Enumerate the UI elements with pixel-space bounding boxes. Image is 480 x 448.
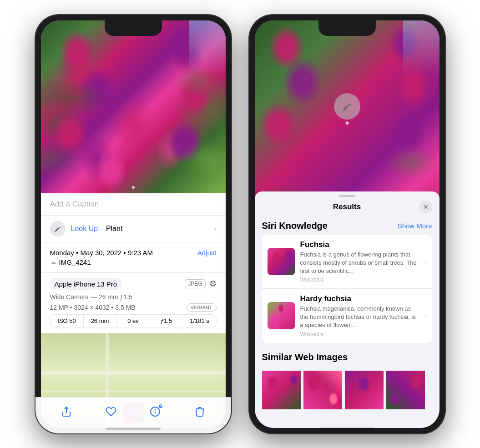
show-more-button[interactable]: Show More (398, 222, 432, 230)
knowledge-item-hardy[interactable]: Hardy fuchsia Fuchsia magellanica, commo… (262, 288, 432, 343)
exif-mm: 26 mm (84, 315, 117, 327)
knowledge-title-2: Hardy fuchsia (300, 294, 417, 303)
lookup-icon (50, 221, 66, 237)
web-image-4[interactable] (386, 371, 425, 409)
knowledge-card: Fuchsia Fuchsia is a genus of flowering … (262, 235, 432, 343)
lookup-chevron-icon: › (214, 225, 216, 233)
camera-section: Apple iPhone 13 Pro JPEG ⚙ Wide Camera —… (41, 273, 226, 333)
leaf-overlay-dot (345, 121, 349, 125)
leaf-overlay-circle (334, 93, 360, 120)
trash-icon (195, 406, 205, 417)
knowledge-source-1: Wikipedia (300, 277, 417, 283)
screen-2: Results ✕ Siri Knowledge Show More (255, 20, 440, 428)
photo-2-display: Results ✕ Siri Knowledge Show More (255, 20, 440, 428)
share-icon (61, 406, 72, 417)
vibrant-badge: VIBRANT (187, 303, 217, 312)
caption-area[interactable]: Add a Caption (41, 193, 226, 216)
knowledge-source-2: Wikipedia (300, 331, 417, 337)
photo-info-area: Add a Caption Look Up – Plant › Monday •… (41, 193, 226, 428)
exif-aperture: ƒ1.5 (150, 315, 183, 327)
metadata-section: Monday • May 30, 2022 • 9:23 AM Adjust ☁… (41, 242, 226, 273)
web-images-title: Similar Web Images (262, 352, 348, 362)
sheet-title: Results (333, 202, 361, 211)
results-sheet: Results ✕ Siri Knowledge Show More (255, 191, 440, 428)
knowledge-title-1: Fuchsia (300, 240, 417, 249)
knowledge-thumb-2 (268, 302, 295, 329)
exif-iso: ISO 50 (51, 315, 84, 327)
home-indicator-1 (106, 428, 161, 430)
photo-display[interactable] (41, 20, 226, 193)
web-images-section: Similar Web Images (255, 347, 440, 409)
lens-info: Wide Camera — 26 mm ƒ1.5 (50, 293, 217, 301)
exif-ev: 0 ev (117, 315, 150, 327)
web-image-1[interactable] (262, 371, 301, 409)
home-indicator-2 (320, 428, 374, 430)
share-button[interactable] (59, 404, 74, 419)
sheet-handle[interactable] (339, 195, 355, 197)
knowledge-desc-2: Fuchsia magellanica, commonly known as t… (300, 305, 417, 330)
phone-2: Results ✕ Siri Knowledge Show More (249, 15, 445, 433)
knowledge-item-fuchsia[interactable]: Fuchsia Fuchsia is a genus of flowering … (262, 235, 432, 289)
info-button[interactable]: ✦ (148, 404, 162, 419)
siri-knowledge-header: Siri Knowledge Show More (255, 215, 440, 235)
notch-2 (318, 20, 376, 36)
web-image-3[interactable] (345, 371, 384, 409)
format-badge: JPEG (185, 279, 205, 288)
delete-button[interactable] (192, 404, 207, 419)
leaf-overlay-icon (341, 100, 354, 113)
sheet-header: Results ✕ (255, 199, 440, 215)
page-indicator (132, 186, 135, 189)
favorite-button[interactable] (104, 404, 118, 419)
leaf-icon (54, 225, 62, 233)
chevron-1-icon: › (424, 258, 427, 265)
knowledge-desc-1: Fuchsia is a genus of flowering plants t… (300, 251, 417, 276)
knowledge-thumb-1 (268, 248, 295, 275)
heart-icon (106, 406, 116, 417)
camera-name: Apple iPhone 13 Pro (50, 278, 122, 290)
chevron-2-icon: › (424, 312, 427, 319)
knowledge-content-1: Fuchsia Fuchsia is a genus of flowering … (300, 240, 417, 283)
adjust-button[interactable]: Adjust (197, 249, 217, 257)
web-image-2[interactable] (303, 371, 342, 409)
knowledge-content-2: Hardy fuchsia Fuchsia magellanica, commo… (300, 294, 417, 337)
caption-placeholder[interactable]: Add a Caption (50, 200, 99, 208)
close-button[interactable]: ✕ (419, 201, 432, 213)
settings-icon[interactable]: ⚙ (209, 279, 217, 289)
lookup-row[interactable]: Look Up – Plant › (41, 216, 226, 242)
image-filename: IMG_4241 (59, 258, 91, 266)
exif-row: ISO 50 26 mm 0 ev ƒ1.5 1/181 s (50, 314, 217, 327)
exif-shutter: 1/181 s (183, 315, 216, 327)
screen-1: Add a Caption Look Up – Plant › Monday •… (41, 20, 226, 428)
format-badges: JPEG ⚙ (185, 279, 216, 289)
phone-1: Add a Caption Look Up – Plant › Monday •… (35, 15, 231, 433)
web-images-row (262, 371, 432, 409)
bottom-toolbar: ✦ (41, 397, 226, 428)
mp-spec: 12 MP • 3024 × 4032 • 3.5 MB (50, 304, 136, 311)
notch-1 (105, 20, 162, 36)
lookup-label: Look Up – Plant (71, 225, 123, 233)
date-text: Monday • May 30, 2022 • 9:23 AM (50, 249, 153, 257)
web-images-header: Similar Web Images (262, 347, 432, 371)
siri-knowledge-title: Siri Knowledge (262, 221, 328, 231)
cloud-icon: ☁ (50, 258, 56, 266)
